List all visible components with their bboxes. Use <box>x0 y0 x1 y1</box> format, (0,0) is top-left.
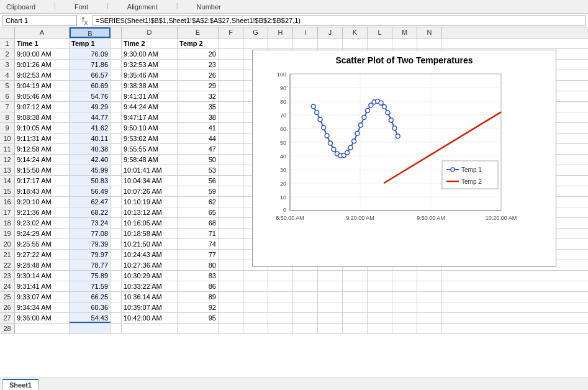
empty-cell[interactable] <box>243 271 268 281</box>
cell-e21[interactable]: 77 <box>178 250 219 260</box>
cell-d17[interactable]: 10:13:12 AM <box>122 207 178 217</box>
sheet-tab-1[interactable]: Sheet1 <box>2 379 38 390</box>
empty-cell[interactable] <box>219 207 243 217</box>
empty-cell[interactable] <box>343 302 368 312</box>
col-header-c[interactable] <box>111 27 122 38</box>
empty-cell[interactable] <box>293 271 318 281</box>
cell-c6[interactable] <box>111 91 122 101</box>
cell-d4[interactable]: 9:35:46 AM <box>122 70 178 80</box>
cell-b10[interactable]: 40.11 <box>70 134 111 143</box>
empty-cell[interactable] <box>343 292 368 302</box>
empty-cell[interactable] <box>219 260 243 270</box>
empty-cell[interactable] <box>243 313 268 323</box>
empty-cell[interactable] <box>219 218 243 228</box>
empty-cell[interactable] <box>343 39 368 48</box>
cell-c9[interactable] <box>111 123 122 133</box>
cell-c26[interactable] <box>111 302 122 312</box>
empty-cell[interactable] <box>318 271 343 281</box>
empty-cell[interactable] <box>268 271 293 281</box>
cell-a8[interactable]: 9:08:38 AM <box>15 112 70 122</box>
cell-c19[interactable] <box>111 229 122 238</box>
cell-e4[interactable]: 26 <box>178 70 219 80</box>
cell-a6[interactable]: 9:05:46 AM <box>15 91 70 101</box>
cell-b20[interactable]: 79.39 <box>70 239 111 249</box>
empty-cell[interactable] <box>293 324 318 333</box>
empty-cell[interactable] <box>392 39 417 48</box>
col-header-h[interactable]: H <box>268 27 293 38</box>
empty-cell[interactable] <box>368 324 392 333</box>
cell-d22[interactable]: 10:27:36 AM <box>122 260 178 270</box>
empty-cell[interactable] <box>219 81 243 91</box>
cell-e11[interactable]: 47 <box>178 144 219 154</box>
col-header-b[interactable]: B <box>70 27 111 38</box>
empty-cell[interactable] <box>318 281 343 291</box>
empty-cell[interactable] <box>219 165 243 175</box>
empty-cell[interactable] <box>392 292 417 302</box>
cell-b1[interactable]: Temp 1 <box>70 39 111 48</box>
cell-e27[interactable]: 95 <box>178 313 219 323</box>
empty-cell[interactable] <box>219 176 243 186</box>
cell-e18[interactable]: 68 <box>178 218 219 228</box>
cell-e1[interactable]: Temp 2 <box>178 39 219 48</box>
empty-cell[interactable] <box>219 239 243 249</box>
cell-d11[interactable]: 9:55:55 AM <box>122 144 178 154</box>
col-header-i[interactable]: I <box>293 27 318 38</box>
cell-c8[interactable] <box>111 112 122 122</box>
formula-input[interactable] <box>93 15 586 26</box>
col-header-j[interactable]: J <box>318 27 343 38</box>
cell-d10[interactable]: 9:53:02 AM <box>122 134 178 143</box>
cell-c5[interactable] <box>111 81 122 91</box>
empty-cell[interactable] <box>243 292 268 302</box>
cell-b8[interactable]: 44.77 <box>70 112 111 122</box>
cell-b13[interactable]: 45.99 <box>70 165 111 175</box>
empty-cell[interactable] <box>219 313 243 323</box>
cell-b23[interactable]: 75.89 <box>70 271 111 281</box>
cell-a23[interactable]: 9:30:14 AM <box>15 271 70 281</box>
cell-e26[interactable]: 92 <box>178 302 219 312</box>
cell-e16[interactable]: 62 <box>178 197 219 207</box>
cell-d1[interactable]: Time 2 <box>122 39 178 48</box>
empty-cell[interactable] <box>122 324 178 333</box>
empty-cell[interactable] <box>293 281 318 291</box>
alignment-tab[interactable]: Alignment <box>124 2 161 12</box>
empty-cell[interactable] <box>392 302 417 312</box>
cell-b14[interactable]: 50.83 <box>70 176 111 186</box>
cell-a2[interactable]: 9:00:00 AM <box>15 49 70 59</box>
cell-b4[interactable]: 66.57 <box>70 70 111 80</box>
empty-cell[interactable] <box>343 281 368 291</box>
cell-b19[interactable]: 77.08 <box>70 229 111 238</box>
col-header-k[interactable]: K <box>343 27 368 38</box>
cell-c7[interactable] <box>111 102 122 112</box>
cell-a15[interactable]: 9:18:43 AM <box>15 186 70 196</box>
empty-cell[interactable] <box>343 324 368 333</box>
cell-b24[interactable]: 71.59 <box>70 281 111 291</box>
empty-cell[interactable] <box>318 292 343 302</box>
empty-cell[interactable] <box>219 49 243 59</box>
cell-c17[interactable] <box>111 207 122 217</box>
empty-cell[interactable] <box>243 324 268 333</box>
cell-e7[interactable]: 35 <box>178 102 219 112</box>
cell-a22[interactable]: 9:28:48 AM <box>15 260 70 270</box>
col-header-d[interactable]: D <box>122 27 178 38</box>
cell-a20[interactable]: 9:25:55 AM <box>15 239 70 249</box>
cell-d18[interactable]: 10:16:05 AM <box>122 218 178 228</box>
cell-d8[interactable]: 9:47:17 AM <box>122 112 178 122</box>
empty-cell[interactable] <box>417 313 442 323</box>
cell-c22[interactable] <box>111 260 122 270</box>
empty-cell[interactable] <box>318 324 343 333</box>
cell-d20[interactable]: 10:21:50 AM <box>122 239 178 249</box>
cell-b12[interactable]: 42.40 <box>70 155 111 165</box>
cell-d25[interactable]: 10:36:14 AM <box>122 292 178 302</box>
empty-cell[interactable] <box>368 302 392 312</box>
cell-c10[interactable] <box>111 134 122 143</box>
cell-c2[interactable] <box>111 49 122 59</box>
cell-b16[interactable]: 62.47 <box>70 197 111 207</box>
cell-e6[interactable]: 32 <box>178 91 219 101</box>
cell-a18[interactable]: 9:23:02 AM <box>15 218 70 228</box>
cell-a4[interactable]: 9:02:53 AM <box>15 70 70 80</box>
cell-c23[interactable] <box>111 271 122 281</box>
cell-e24[interactable]: 86 <box>178 281 219 291</box>
cell-d26[interactable]: 10:39:07 AM <box>122 302 178 312</box>
cell-a9[interactable]: 9:10:05 AM <box>15 123 70 133</box>
empty-cell[interactable] <box>219 292 243 302</box>
